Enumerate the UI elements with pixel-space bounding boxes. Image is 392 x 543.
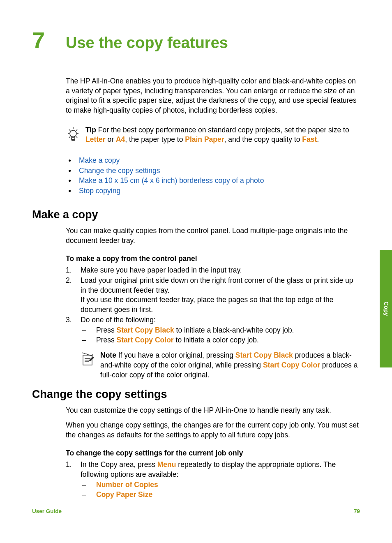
step3-text: Do one of the following:: [81, 316, 156, 324]
toc-link-stop[interactable]: Stop copying: [79, 187, 120, 195]
step-item: Load your original print side down on th…: [66, 276, 360, 315]
s2-step1-pre: In the Copy area, press: [81, 460, 157, 469]
section-heading-change-settings: Change the copy settings: [32, 388, 360, 401]
sub-list: Press Start Copy Black to initiate a bla…: [81, 326, 360, 345]
tip-callout: Tip For the best copy performance on sta…: [66, 125, 360, 145]
tip-pre: For the best copy performance on standar…: [96, 126, 349, 134]
toc-item: Make a copy: [66, 155, 360, 166]
note-b2: Start Copy Color: [263, 361, 320, 369]
tip-text: Tip For the best copy performance on sta…: [85, 125, 360, 145]
steps-list-2: In the Copy area, press Menu repeatedly …: [66, 460, 360, 500]
svg-point-0: [70, 130, 76, 137]
sub2-post: to initiate a color copy job.: [174, 336, 259, 344]
tip-plain: Plain Paper: [185, 135, 224, 143]
opt2: Copy Paper Size: [96, 490, 152, 499]
toc-list: Make a copy Change the copy settings Mak…: [66, 155, 360, 196]
step-item: In the Copy area, press Menu repeatedly …: [66, 460, 360, 500]
tip-end: .: [317, 135, 319, 143]
sub2-pre: Press: [96, 336, 117, 344]
option-item: Number of Copies: [81, 480, 360, 490]
tip-or: or: [106, 135, 116, 143]
note-label: Note: [100, 351, 116, 359]
opt1: Number of Copies: [96, 481, 158, 489]
svg-line-6: [69, 129, 70, 131]
tip-label: Tip: [85, 126, 96, 134]
options-list: Number of Copies Copy Paper Size: [81, 480, 360, 499]
note-callout: Note If you have a color original, press…: [81, 351, 360, 380]
note-text: Note If you have a color original, press…: [100, 351, 360, 380]
sub1-post: to initiate a black-and-white copy job.: [174, 326, 294, 334]
lightbulb-icon: [66, 126, 81, 143]
sub-item: Press Start Copy Color to initiate a col…: [81, 335, 360, 345]
svg-line-8: [69, 136, 70, 138]
toc-item: Make a 10 x 15 cm (4 x 6 inch) borderles…: [66, 176, 360, 186]
section2-para2: When you change copy settings, the chang…: [66, 421, 360, 440]
tip-letter: Letter: [85, 135, 106, 143]
section1-sub-heading: To make a copy from the control panel: [66, 254, 360, 263]
sub1-bold: Start Copy Black: [117, 326, 174, 334]
tip-mid2: , and the copy quality to: [224, 135, 302, 143]
section2-para1: You can customize the copy settings of t…: [66, 406, 360, 416]
note-pre: If you have a color original, pressing: [116, 351, 235, 359]
steps-list: Make sure you have paper loaded in the i…: [66, 266, 360, 345]
chapter-header: 7 Use the copy features: [32, 29, 360, 52]
step2a: Load your original print side down on th…: [81, 276, 353, 294]
footer-left: User Guide: [32, 508, 62, 514]
toc-link-borderless[interactable]: Make a 10 x 15 cm (4 x 6 inch) borderles…: [79, 176, 264, 185]
tip-a4: A4: [116, 135, 125, 143]
sub1-pre: Press: [96, 326, 117, 334]
section1-para: You can make quality copies from the con…: [66, 226, 360, 245]
s2-step1-bold: Menu: [157, 460, 176, 469]
svg-line-7: [76, 129, 77, 131]
toc-item: Stop copying: [66, 186, 360, 196]
toc-link-make-copy[interactable]: Make a copy: [79, 156, 120, 164]
side-tab: Copy: [380, 250, 392, 367]
option-item: Copy Paper Size: [81, 490, 360, 500]
toc-link-change-settings[interactable]: Change the copy settings: [79, 166, 160, 175]
sub-item: Press Start Copy Black to initiate a bla…: [81, 326, 360, 335]
side-tab-label: Copy: [383, 302, 389, 316]
tip-mid: , the paper type to: [125, 135, 185, 143]
intro-paragraph: The HP All-in-One enables you to produce…: [66, 76, 360, 116]
step-item: Do one of the following: Press Start Cop…: [66, 315, 360, 345]
toc-item: Change the copy settings: [66, 166, 360, 176]
section-heading-make-copy: Make a copy: [32, 208, 360, 221]
chapter-number: 7: [32, 29, 66, 52]
step-item: Make sure you have paper loaded in the i…: [66, 266, 360, 275]
chapter-title: Use the copy features: [66, 35, 228, 52]
section2-sub-heading: To change the copy settings for the curr…: [66, 449, 360, 458]
step2b: If you use the document feeder tray, pla…: [81, 296, 334, 314]
tip-fast: Fast: [302, 135, 317, 143]
sub2-bold: Start Copy Color: [117, 336, 174, 344]
footer-page-number: 79: [354, 508, 360, 514]
svg-line-9: [76, 136, 77, 138]
svg-rect-2: [72, 139, 74, 141]
page-footer: User Guide 79: [32, 508, 360, 514]
note-icon: [81, 352, 95, 367]
note-b1: Start Copy Black: [235, 351, 293, 359]
